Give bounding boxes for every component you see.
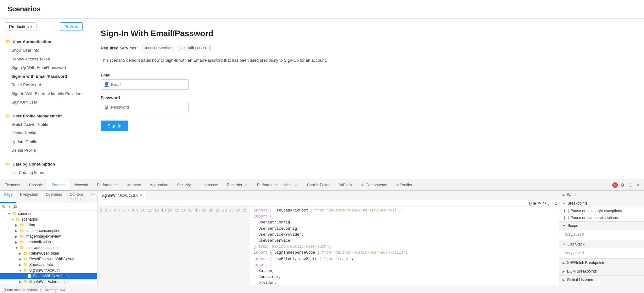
status-bar: (From main.a620de0a.js) Coverage: n/a: [0, 286, 644, 293]
devtools-badge: 5: [612, 182, 618, 188]
sidebar-item[interactable]: Sign-Up With Email/Password: [0, 63, 88, 72]
step-into-icon[interactable]: ↓: [548, 201, 550, 206]
sidebar-item[interactable]: Reset Password: [0, 81, 88, 89]
tab-cookie-editor[interactable]: Cookie Editor: [303, 179, 334, 191]
tree-item[interactable]: ▼📁SignInWithAxAuth: [0, 268, 97, 273]
tree-item[interactable]: ▼📁user-authentication: [0, 245, 97, 251]
file-tree-tab-content-scripts[interactable]: Content scripts: [66, 191, 88, 203]
devtools-tab-icons: 5 ⚙ ⋮ ✕: [612, 182, 644, 188]
file-tree-tab-filesystem[interactable]: Filesystem: [16, 191, 42, 203]
sidebar-item[interactable]: Sign-In with Email/Password: [0, 72, 88, 81]
add-folder-icon[interactable]: +: [8, 204, 11, 210]
sidebar-item[interactable]: Switch Active Profile: [0, 120, 88, 129]
tab-security[interactable]: Security: [173, 179, 195, 191]
tab-adblock[interactable]: AdBlock: [334, 179, 357, 191]
email-label: Email: [101, 73, 631, 77]
pause-caught-checkbox[interactable]: [564, 216, 568, 220]
call-stack-label: Call Stack: [568, 242, 585, 246]
sidebar-item[interactable]: List Catalog Items: [0, 168, 88, 177]
global-header[interactable]: ▶ Global Listeners: [559, 276, 644, 284]
tree-item[interactable]: ▶📁image/ImagePreview: [0, 234, 97, 239]
code-tab-close[interactable]: ✕: [139, 193, 142, 197]
devtools-more-icon[interactable]: ⋮: [627, 182, 634, 188]
folder-icon: 📁: [20, 245, 24, 250]
sign-in-button[interactable]: Sign In: [101, 121, 128, 131]
profiles-button[interactable]: Profiles: [60, 22, 83, 31]
password-input[interactable]: [101, 102, 189, 112]
tab-elements[interactable]: Elements: [0, 179, 25, 191]
tree-item[interactable]: ▼📁common: [0, 211, 97, 217]
call-stack-header[interactable]: ▼ Call Stack: [559, 240, 644, 248]
code-lines: import { useScenarioHost } from '@axinom…: [250, 206, 471, 286]
step-out-icon[interactable]: ↑: [551, 201, 553, 206]
production-dropdown[interactable]: Production: [5, 22, 37, 31]
format-icon[interactable]: {}: [529, 201, 532, 206]
step-over-icon[interactable]: ↷: [543, 201, 546, 206]
tab-application[interactable]: Application: [145, 179, 173, 191]
tree-item[interactable]: ▶📁catalog-consumption: [0, 228, 97, 234]
global-label: Global Listeners: [567, 278, 594, 282]
watch-section-header[interactable]: ▶ Watch: [559, 191, 644, 199]
tab-lighthouse[interactable]: Lighthouse: [195, 179, 222, 191]
tab-perf-insights[interactable]: Performance insights ⚡: [253, 179, 303, 191]
sync-icon[interactable]: ↻: [1, 204, 6, 210]
watch-icon[interactable]: 👁: [538, 201, 542, 206]
tab-network[interactable]: Network: [70, 179, 92, 191]
scope-header[interactable]: ▼ Scope: [559, 222, 644, 230]
file-tree-tab-page[interactable]: Page: [0, 191, 16, 203]
file-tree-panel: Page Filesystem Overrides Content script…: [0, 191, 98, 286]
code-panel: SignInWithAxAuth.tsx ✕ {} ◉ 👁 ↷ ↓ ↑ ⊘ 1 …: [98, 191, 559, 286]
tree-item[interactable]: ▶📁RenewUserToken: [0, 251, 97, 256]
tree-item[interactable]: ▶📁ShowUserInfo: [0, 262, 97, 268]
tab-sources[interactable]: Sources: [47, 179, 70, 191]
content-description: This scenario demonstrates how to Sign-I…: [101, 57, 631, 64]
sidebar-item[interactable]: Sign-Out User: [0, 98, 88, 107]
pause-uncaught-checkbox[interactable]: [564, 209, 568, 213]
tab-performance[interactable]: Performance: [92, 179, 123, 191]
folder-icon: 📁: [23, 262, 28, 267]
tree-item[interactable]: ▶📁billing: [0, 222, 97, 228]
sidebar-group: 📁User Profile ManagementSwitch Active Pr…: [0, 109, 88, 157]
breakpoints-header[interactable]: ▼ Breakpoints: [559, 199, 644, 207]
tree-item[interactable]: ▶📁personalization: [0, 239, 97, 245]
tree-item[interactable]: ▼📁scenarios: [0, 217, 97, 222]
dom-header[interactable]: ▶ DOM Breakpoints: [559, 267, 644, 275]
code-area: 1 2 3 4 5 6 7 8 9 10 11 12 13 14 15 16 1…: [98, 206, 559, 286]
tab-memory[interactable]: Memory: [123, 179, 145, 191]
sidebar-item[interactable]: Delete Profile: [0, 146, 88, 155]
lock-icon: 🔒: [104, 104, 109, 110]
tree-item[interactable]: ▶📁ResetPasswordWithAxAuth: [0, 256, 97, 262]
sidebar-item[interactable]: Sign-In With External Identity Providers: [0, 89, 88, 98]
tree-arrow: ▶: [19, 252, 23, 255]
xhr-header[interactable]: ▶ XHR/fetch Breakpoints: [559, 259, 644, 267]
sidebar-item[interactable]: Show User Info: [0, 46, 88, 55]
sidebar-item[interactable]: Renew Access Token: [0, 55, 88, 64]
app-header: Scenarios: [0, 0, 644, 19]
file-tree-tab-overrides[interactable]: Overrides: [42, 191, 66, 203]
sidebar-item[interactable]: Update Profile: [0, 138, 88, 146]
tree-arrow: ▼: [19, 269, 23, 272]
tab-console[interactable]: Console: [25, 179, 47, 191]
call-stack-section: ▼ Call Stack Not paused: [559, 240, 644, 259]
devtools-close-icon[interactable]: ✕: [635, 182, 641, 188]
tree-arrow: ▶: [19, 280, 23, 284]
sidebar-group-header[interactable]: 📁User Profile Management: [0, 112, 88, 120]
tree-item[interactable]: 📄SignInWithAxAuth.tsx: [0, 273, 97, 279]
tab-recorder[interactable]: Recorder ⚡: [222, 179, 253, 191]
filter-icon[interactable]: ▤: [13, 204, 18, 210]
sidebar-item[interactable]: Create Profile: [0, 129, 88, 138]
email-input[interactable]: [101, 79, 189, 90]
code-tab-file[interactable]: SignInWithAxAuth.tsx ✕: [98, 191, 146, 200]
deactivate-icon[interactable]: ⊘: [554, 201, 558, 206]
devtools-settings-icon[interactable]: ⚙: [619, 182, 626, 188]
sidebar-group-header[interactable]: 📁Catalog Consumption: [0, 160, 88, 168]
tab-profiler[interactable]: ⚛ Profiler: [391, 179, 417, 191]
breakpoint-icon[interactable]: ◉: [533, 201, 536, 206]
file-tree-tab-more[interactable]: >>: [88, 191, 97, 203]
tree-item[interactable]: ▶📁SignInWithExternalIdps: [0, 279, 97, 285]
tab-components[interactable]: ⚛ Components: [357, 179, 391, 191]
global-section: ▶ Global Listeners: [559, 276, 644, 284]
tree-arrow: ▶: [15, 235, 20, 238]
devtools-body: Page Filesystem Overrides Content script…: [0, 191, 644, 286]
sidebar-group-header[interactable]: 📁User Authentication: [0, 37, 88, 46]
